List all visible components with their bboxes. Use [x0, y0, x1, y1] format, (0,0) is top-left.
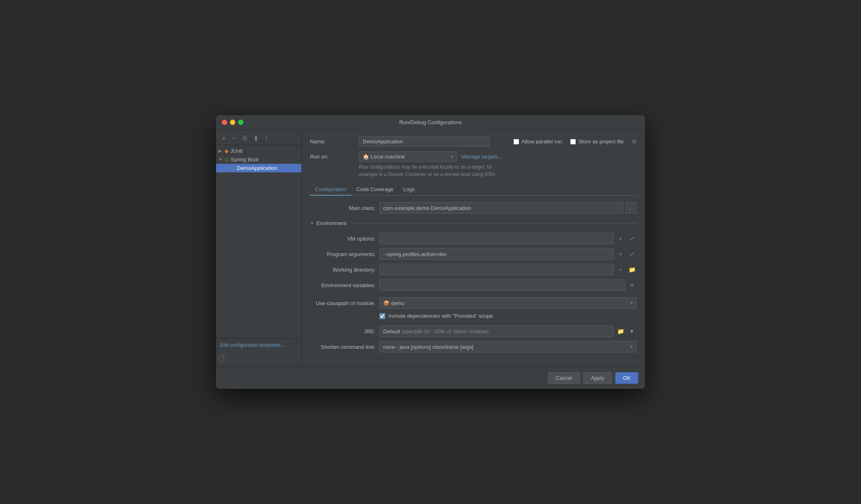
store-as-project-checkbox[interactable]: [570, 139, 576, 145]
move-config-button[interactable]: ⬆: [251, 134, 260, 143]
manage-targets-link[interactable]: Manage targets...: [461, 154, 502, 160]
vm-options-input-container: + ⤢: [379, 233, 637, 244]
tabs-row: Configuration Code Coverage Logs: [310, 184, 637, 196]
env-vars-label: Environment variables:: [310, 282, 375, 288]
sidebar: + − ⎘ ⬆ ↕ ▶ ◆ JUnit ▼ ⬡ Spring Boot ⬡: [216, 130, 302, 367]
configuration-form: Main class: ... ▼ Environment VM options…: [310, 202, 637, 352]
spring-icon: ⬡: [225, 157, 229, 163]
main-class-input-container: ...: [379, 202, 637, 214]
bottom-bar: Cancel Apply OK: [216, 367, 645, 389]
main-class-browse-button[interactable]: ...: [625, 202, 637, 214]
env-vars-edit-button[interactable]: ≡: [627, 280, 637, 290]
main-class-row: Main class: ...: [310, 202, 637, 214]
traffic-lights: [222, 120, 243, 125]
hint-text: Run configurations may be executed local…: [359, 163, 637, 178]
allow-parallel-checkbox[interactable]: [513, 139, 519, 145]
classpath-row: Use classpath of module: 📦 demo: [310, 297, 637, 309]
include-deps-label: Include dependencies with "Provided" sco…: [388, 313, 493, 319]
ok-button[interactable]: OK: [615, 372, 638, 384]
top-row: Name: Allow parallel run Store as projec…: [310, 136, 637, 147]
env-vars-row: Environment variables: ≡: [310, 279, 637, 291]
jre-row: JRE: Default (openjdk-16 - SDK of 'demo'…: [310, 326, 637, 337]
sidebar-item-junit[interactable]: ▶ ◆ JUnit: [216, 147, 301, 155]
vm-options-row: VM options: + ⤢: [310, 233, 637, 244]
cancel-button[interactable]: Cancel: [548, 372, 580, 384]
program-args-row: Program arguments: + ⤢: [310, 248, 637, 260]
program-args-add-button[interactable]: +: [616, 249, 625, 259]
program-args-label: Program arguments:: [310, 251, 375, 257]
shorten-cmd-label: Shorten command line:: [310, 344, 375, 350]
run-debug-configurations-dialog: Run/Debug Configurations + − ⎘ ⬆ ↕ ▶ ◆ J…: [216, 115, 645, 389]
edit-templates-link[interactable]: Edit configuration templates...: [220, 342, 285, 348]
copy-config-button[interactable]: ⎘: [241, 134, 250, 143]
jre-detail-text: (openjdk-16 - SDK of 'demo' module): [402, 328, 488, 335]
program-args-input[interactable]: [379, 248, 614, 260]
minimize-button[interactable]: [230, 120, 235, 125]
demo-spring-icon: ⬡: [231, 165, 235, 171]
jre-default-text: Default: [383, 328, 400, 335]
module-select[interactable]: 📦 demo: [379, 297, 637, 309]
sidebar-toolbar: + − ⎘ ⬆ ↕: [216, 132, 301, 145]
program-args-input-container: + ⤢: [379, 248, 637, 260]
working-dir-input[interactable]: [379, 264, 614, 275]
sidebar-help: ?: [216, 351, 301, 364]
tab-logs[interactable]: Logs: [398, 184, 419, 196]
add-config-button[interactable]: +: [219, 134, 228, 143]
vm-options-add-button[interactable]: +: [616, 234, 625, 243]
remove-config-button[interactable]: −: [230, 134, 239, 143]
jre-browse-button[interactable]: 📁: [616, 326, 625, 336]
sidebar-item-spring-boot[interactable]: ▼ ⬡ Spring Boot: [216, 155, 301, 164]
jre-dropdown-button[interactable]: ▼: [627, 326, 637, 336]
main-class-input[interactable]: [379, 202, 624, 214]
run-on-row: Run on: 🏠 Local machine Manage targets..…: [310, 152, 637, 162]
vm-options-label: VM options:: [310, 236, 375, 242]
sidebar-item-label-spring: Spring Boot: [231, 156, 259, 163]
working-dir-browse-button[interactable]: 📁: [627, 265, 637, 274]
working-dir-input-container: + 📁: [379, 264, 637, 275]
dialog-body: + − ⎘ ⬆ ↕ ▶ ◆ JUnit ▼ ⬡ Spring Boot ⬡: [216, 130, 645, 367]
working-dir-add-button[interactable]: +: [616, 265, 625, 274]
name-input[interactable]: [359, 136, 490, 147]
allow-parallel-checkbox-label[interactable]: Allow parallel run: [513, 138, 562, 145]
sidebar-item-label-junit: JUnit: [230, 148, 243, 154]
shorten-cmd-select[interactable]: none - java [options] className [args]: [379, 341, 637, 352]
tab-configuration[interactable]: Configuration: [310, 184, 351, 196]
title-bar: Run/Debug Configurations: [216, 115, 645, 130]
jre-input-container: Default (openjdk-16 - SDK of 'demo' modu…: [379, 326, 637, 337]
allow-parallel-label: Allow parallel run: [522, 138, 562, 145]
gear-icon[interactable]: ⚙: [632, 138, 637, 145]
jre-display: Default (openjdk-16 - SDK of 'demo' modu…: [379, 326, 614, 337]
local-machine-select[interactable]: 🏠 Local machine: [359, 152, 457, 162]
help-button[interactable]: ?: [219, 354, 227, 362]
run-on-label: Run on:: [310, 154, 355, 160]
store-as-project-label: Store as project file: [578, 138, 624, 145]
environment-section-header[interactable]: ▼ Environment: [310, 218, 637, 229]
apply-button[interactable]: Apply: [583, 372, 612, 384]
main-class-label: Main class:: [310, 205, 375, 211]
environment-arrow: ▼: [310, 221, 314, 225]
vm-options-expand-button[interactable]: ⤢: [627, 234, 637, 243]
classpath-label: Use classpath of module:: [310, 300, 375, 306]
tab-code-coverage[interactable]: Code Coverage: [351, 184, 398, 196]
env-vars-input[interactable]: [379, 279, 625, 291]
main-panel: Name: Allow parallel run Store as projec…: [302, 130, 645, 367]
name-label: Name:: [310, 138, 355, 145]
jre-label: JRE:: [310, 328, 375, 335]
dialog-title: Run/Debug Configurations: [399, 119, 462, 125]
program-args-expand-button[interactable]: ⤢: [627, 249, 637, 259]
include-deps-checkbox[interactable]: [379, 313, 385, 319]
sidebar-footer: Edit configuration templates...: [216, 338, 301, 351]
working-dir-row: Working directory: + 📁: [310, 264, 637, 275]
sort-config-button[interactable]: ↕: [262, 134, 271, 143]
junit-icon: ◆: [225, 148, 228, 154]
vm-options-input[interactable]: [379, 233, 614, 244]
close-button[interactable]: [222, 120, 227, 125]
expand-arrow-junit: ▶: [219, 149, 223, 153]
sidebar-item-demo-application[interactable]: ⬡ DemoApplication: [216, 164, 301, 172]
store-as-project-checkbox-label[interactable]: Store as project file: [570, 138, 624, 145]
maximize-button[interactable]: [238, 120, 243, 125]
shorten-cmd-input-container: none - java [options] className [args]: [379, 341, 637, 352]
environment-label: Environment: [317, 220, 346, 226]
local-machine-select-wrapper: 🏠 Local machine: [359, 152, 457, 162]
module-select-wrapper: 📦 demo: [379, 297, 637, 309]
